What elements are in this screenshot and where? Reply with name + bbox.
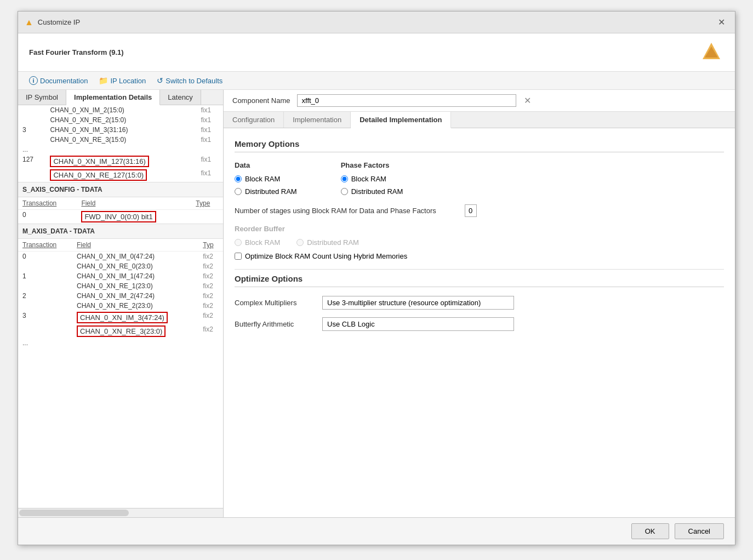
- xilinx-logo: [699, 40, 724, 65]
- table-row: 2 CHAN_0_XN_IM_2(47:24) fix2​: [18, 291, 223, 301]
- switch-defaults-label: Switch to Defaults: [166, 77, 223, 85]
- phase-radio-group: Block RAM Distributed RAM: [341, 175, 403, 196]
- reorder-buffer-section: Reorder Buffer Block RAM Distributed RAM: [235, 225, 724, 260]
- toolbar: i Documentation 📁 IP Location ↺ Switch t…: [18, 72, 735, 90]
- header-area: Fast Fourier Transform (9.1): [29, 40, 724, 65]
- data-col-title: Data: [235, 161, 297, 169]
- memory-options-title: Memory Options: [235, 139, 724, 152]
- stages-select[interactable]: 0 1 2 3: [465, 204, 477, 217]
- cancel-button[interactable]: Cancel: [675, 523, 724, 539]
- butterfly-arithmetic-row: Butterfly Arithmetic Use CLB Logic Use D…: [235, 317, 724, 331]
- page-title: Fast Fourier Transform (9.1): [29, 48, 124, 56]
- clear-component-name-button[interactable]: ✕: [523, 94, 532, 107]
- tab-latency[interactable]: Latency: [160, 90, 201, 105]
- info-icon: i: [29, 76, 38, 85]
- optimize-hybrid-checkbox[interactable]: [235, 253, 242, 260]
- data-distributed-ram-label[interactable]: Distributed RAM: [245, 187, 297, 196]
- data-block-ram-label[interactable]: Block RAM: [245, 175, 280, 183]
- phase-distributed-ram-option: Distributed RAM: [341, 187, 403, 196]
- m-axis-table: Transaction Field Typ 0 CHAN_0_XN_IM_0(4…: [18, 239, 223, 348]
- ellipsis-row-bottom: ...: [18, 338, 223, 348]
- table-row: CHAN_0_XN_IM_2(15:0) fix1​: [18, 105, 223, 115]
- main-content: IP Symbol Implementation Details Latency…: [18, 90, 735, 517]
- documentation-button[interactable]: i Documentation: [29, 76, 88, 85]
- s-axis-config-header: S_AXIS_CONFIG - TDATA: [18, 182, 223, 197]
- highlighted-field-2: CHAN_0_XN_RE_127(15:0): [50, 169, 147, 181]
- optimize-options-section: Optimize Options Complex Multipliers Use…: [235, 274, 724, 331]
- dialog-footer: OK Cancel: [18, 517, 735, 545]
- s-axis-table: Transaction Field Type 0 FWD_INV_0(0:0) …: [18, 197, 223, 224]
- left-data-table: CHAN_0_XN_IM_2(15:0) fix1​ CHAN_0_XN_RE_…: [18, 105, 223, 182]
- right-panel: Component Name ✕ Configuration Implement…: [224, 90, 735, 517]
- complex-multipliers-row: Complex Multipliers Use 3-multiplier str…: [235, 296, 724, 310]
- reorder-radio-group: Block RAM Distributed RAM: [235, 238, 724, 247]
- fwd-inv-field: FWD_INV_0(0:0) bit1: [81, 211, 156, 222]
- stages-label: Number of stages using Block RAM for Dat…: [235, 207, 465, 215]
- left-panel: IP Symbol Implementation Details Latency…: [18, 90, 224, 517]
- data-distributed-ram-option: Distributed RAM: [235, 187, 297, 196]
- optimize-checkbox-row: Optimize Block RAM Count Using Hybrid Me…: [235, 252, 724, 260]
- table-row-127: 127 CHAN_0_XN_IM_127(31:16) fix1​: [18, 155, 223, 168]
- table-row: 3 CHAN_0_XN_IM_3(47:24) fix2​: [18, 311, 223, 324]
- folder-icon: 📁: [99, 76, 108, 85]
- documentation-label: Documentation: [40, 77, 88, 85]
- app-icon: ▲: [25, 18, 33, 27]
- right-content-area: Memory Options Data Block RAM: [224, 128, 735, 517]
- memory-columns: Data Block RAM Distributed RAM: [235, 161, 724, 196]
- close-button[interactable]: ✕: [715, 16, 728, 28]
- table-row: CHAN_0_XN_RE_2(23:0) fix2​: [18, 301, 223, 311]
- dialog-title: Customize IP: [38, 18, 80, 26]
- component-name-input[interactable]: [297, 94, 516, 107]
- table-row: 0 CHAN_0_XN_IM_0(47:24) fix2​: [18, 252, 223, 262]
- table-row: CHAN_0_XN_RE_3(15:0) fix1​: [18, 135, 223, 145]
- left-tabs-header: IP Symbol Implementation Details Latency: [18, 90, 223, 105]
- phase-factors-memory-col: Phase Factors Block RAM Distributed RAM: [341, 161, 403, 196]
- refresh-icon: ↺: [157, 76, 163, 85]
- phase-block-ram-option: Block RAM: [341, 175, 403, 183]
- memory-options-section: Memory Options Data Block RAM: [235, 139, 724, 217]
- tab-implementation[interactable]: Implementation: [284, 112, 351, 128]
- ip-location-button[interactable]: 📁 IP Location: [99, 76, 146, 85]
- complex-multipliers-label: Complex Multipliers: [235, 299, 322, 307]
- switch-defaults-button[interactable]: ↺ Switch to Defaults: [157, 76, 223, 85]
- ok-button[interactable]: OK: [631, 523, 669, 539]
- highlighted-im3: CHAN_0_XN_IM_3(47:24): [77, 312, 168, 323]
- table-row: CHAN_0_XN_RE_1(23:0) fix2​: [18, 281, 223, 291]
- main-dialog: ▲ Customize IP ✕ Fast Fourier Transform …: [18, 11, 735, 545]
- left-content-area[interactable]: CHAN_0_XN_IM_2(15:0) fix1​ CHAN_0_XN_RE_…: [18, 105, 223, 508]
- table-row: 3 CHAN_0_XN_IM_3(31:16) fix1​: [18, 125, 223, 135]
- table-row: 0 FWD_INV_0(0:0) bit1: [18, 210, 223, 224]
- complex-multipliers-select[interactable]: Use 3-multiplier structure (resource opt…: [322, 296, 514, 310]
- header: Fast Fourier Transform (9.1): [18, 33, 735, 72]
- reorder-block-ram-option: Block RAM: [235, 238, 280, 247]
- table-row: 1 CHAN_0_XN_IM_1(47:24) fix2​: [18, 271, 223, 281]
- tab-configuration[interactable]: Configuration: [224, 112, 284, 128]
- reorder-block-ram-label: Block RAM: [245, 238, 280, 247]
- phase-distributed-ram-label[interactable]: Distributed RAM: [351, 187, 403, 196]
- reorder-buffer-title: Reorder Buffer: [235, 225, 724, 233]
- ellipsis-row: ...: [18, 145, 223, 155]
- data-memory-col: Data Block RAM Distributed RAM: [235, 161, 297, 196]
- data-radio-group: Block RAM Distributed RAM: [235, 175, 297, 196]
- component-name-label: Component Name: [232, 96, 290, 105]
- tab-detailed-implementation[interactable]: Detailed Implementation: [351, 112, 451, 128]
- tab-ip-symbol[interactable]: IP Symbol: [18, 90, 66, 105]
- tab-implementation-details[interactable]: Implementation Details: [66, 90, 160, 105]
- stages-field-row: Number of stages using Block RAM for Dat…: [235, 204, 724, 217]
- optimize-hybrid-label[interactable]: Optimize Block RAM Count Using Hybrid Me…: [245, 252, 407, 260]
- m-axis-data-header: M_AXIS_DATA - TDATA: [18, 224, 223, 239]
- table-row: CHAN_0_XN_RE_0(23:0) fix2​: [18, 261, 223, 271]
- butterfly-arithmetic-select[interactable]: Use CLB Logic Use DSPs: [322, 317, 514, 331]
- ip-location-label: IP Location: [110, 77, 146, 85]
- phase-factors-col-title: Phase Factors: [341, 161, 403, 169]
- table-row-127b: CHAN_0_XN_RE_127(15:0) fix1​: [18, 168, 223, 182]
- optimize-options-title: Optimize Options: [235, 274, 724, 287]
- data-block-ram-option: Block RAM: [235, 175, 297, 183]
- phase-block-ram-label[interactable]: Block RAM: [351, 175, 386, 183]
- table-row: CHAN_0_XN_RE_3(23:0) fix2​: [18, 324, 223, 338]
- reorder-distributed-ram-label: Distributed RAM: [307, 238, 359, 247]
- bottom-scrollbar[interactable]: [18, 508, 223, 517]
- butterfly-arithmetic-label: Butterfly Arithmetic: [235, 320, 322, 328]
- highlighted-field: CHAN_0_XN_IM_127(31:16): [50, 156, 149, 167]
- table-row: CHAN_0_XN_RE_2(15:0) fix1​: [18, 115, 223, 125]
